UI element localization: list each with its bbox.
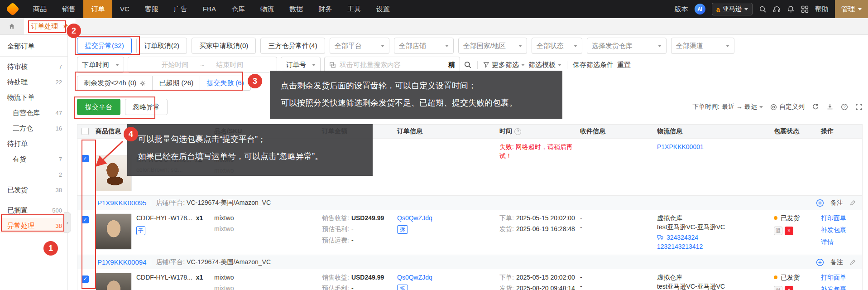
search-submit-icon[interactable] (464, 61, 472, 69)
menu-item-warehouse[interactable]: 仓库 (224, 0, 253, 18)
version-button[interactable]: 版本 (675, 5, 688, 14)
reship-package-link[interactable]: 补发包裹 (821, 285, 846, 290)
menu-item-tools[interactable]: 工具 (340, 0, 369, 18)
help-icon[interactable]: ? (841, 103, 848, 111)
expand-row-icon[interactable] (816, 258, 824, 266)
menu-item-order[interactable]: 订单 (83, 0, 112, 18)
note-button[interactable]: 备注 (830, 199, 843, 207)
expand-row-icon[interactable] (816, 199, 824, 207)
sidebar-item-third-party-warehouse[interactable]: 三方仓 16 (0, 121, 67, 136)
print-label-link[interactable]: 打印面单 (821, 213, 846, 222)
menu-item-data[interactable]: 数据 (282, 0, 311, 18)
platform-filter-select[interactable]: 全部平台 (330, 38, 389, 54)
order-number-link[interactable]: P1X9KKK00094 (97, 258, 146, 266)
sidebar-item-out-of-stock[interactable]: 2 (0, 167, 67, 182)
bell-icon[interactable] (787, 5, 795, 13)
filter-remaining-24h[interactable]: 剩余发货<24h (0) (77, 76, 153, 91)
ignore-exception-button[interactable]: 忽略异常 (125, 99, 168, 115)
channel-filter-select[interactable]: 全部渠道 (671, 38, 734, 54)
search-icon[interactable] (759, 5, 767, 13)
filter-overdue[interactable]: 已超期 (26) (153, 76, 200, 91)
tab-submit-exception[interactable]: 提交异常(32) (77, 38, 132, 54)
edit-note-icon[interactable] (849, 259, 856, 266)
custom-columns-button[interactable]: 自定义列 (770, 103, 805, 111)
sidebar-item-shipped[interactable]: 已发货 38 (0, 182, 67, 198)
date-range-picker[interactable]: 开始时间 ~ 结束时间 (128, 57, 277, 73)
country-filter-select[interactable]: 全部国家/地区 (458, 38, 527, 54)
range-separator: ~ (201, 61, 205, 69)
order-number-link[interactable]: P1X9KKK00095 (97, 199, 146, 207)
menu-item-finance[interactable]: 财务 (311, 0, 340, 18)
sidebar-item-exception[interactable]: 异常处理 38 (0, 218, 67, 233)
status-filter-select[interactable]: 全部状态 (532, 38, 582, 54)
more-filters-button[interactable]: 更多筛选 (483, 61, 525, 69)
sidebar-item-all-orders[interactable]: 全部订单 (0, 39, 67, 54)
menu-item-logistics[interactable]: 物流 (253, 0, 282, 18)
sidebar-item-to-print[interactable]: 待打单 (0, 136, 67, 151)
download-icon[interactable] (826, 103, 834, 111)
menu-item-sales[interactable]: 销售 (54, 0, 83, 18)
sort-order-select[interactable]: 下单时间: 最近 → 最远 (692, 103, 763, 111)
warehouse-filter-select[interactable]: 选择发货仓库 (587, 38, 667, 54)
reset-button[interactable]: 重置 (617, 61, 631, 69)
return-tag-icon[interactable]: 退 (774, 286, 782, 290)
headset-icon[interactable] (773, 5, 781, 13)
save-filter-button[interactable]: 保存筛选条件 (573, 61, 614, 69)
sidebar-item-own-warehouse[interactable]: 自营仓库 47 (0, 105, 67, 121)
submit-platform-button[interactable]: 提交平台 (77, 99, 120, 115)
select-all-checkbox[interactable] (82, 128, 89, 135)
sidebar-item-in-stock[interactable]: 有货 7 (0, 151, 67, 167)
tab-buyer-cancel-request[interactable]: 买家申请取消(0) (192, 38, 256, 54)
apps-grid-icon[interactable] (801, 5, 809, 13)
refresh-icon[interactable] (812, 103, 819, 111)
home-icon[interactable] (0, 18, 24, 34)
fail-message: 失败: 网络超时，请稍后再试！ (499, 142, 575, 161)
exact-match-toggle[interactable]: 精 (448, 61, 455, 69)
row-checkbox[interactable] (82, 155, 89, 162)
menu-item-product[interactable]: 商品 (25, 0, 54, 18)
sidebar-collapse-handle[interactable]: ‹ (64, 212, 71, 233)
gear-icon[interactable] (139, 80, 146, 87)
row-checkbox[interactable] (82, 276, 89, 283)
help-button[interactable]: 帮助 (815, 5, 829, 14)
sidebar-item-on-hold[interactable]: 已搁置 500 (0, 203, 67, 218)
filter-submit-failed[interactable]: 提交失败 (6) (200, 76, 251, 91)
tracking-link[interactable]: 324324324 (667, 233, 698, 242)
sidebar-item-pending-review[interactable]: 待审核 7 (0, 59, 67, 74)
fullscreen-icon[interactable] (855, 103, 863, 111)
time-type-select[interactable]: 下单时间 (77, 57, 124, 73)
filter-template-button[interactable]: 筛选模板 (528, 61, 561, 69)
package-group-header: P1X9KKK00094 店铺/平台: VC-129674-美国/Amazon_… (77, 255, 862, 269)
edit-note-icon[interactable] (849, 200, 856, 206)
cancel-tag-icon[interactable] (785, 286, 793, 290)
sidebar-item-pending-process[interactable]: 待处理 22 (0, 74, 67, 90)
order-ref-link[interactable]: Qs0QwZJdq (397, 214, 432, 222)
admin-menu[interactable]: 管理 (835, 0, 868, 18)
menu-item-settings[interactable]: 设置 (369, 0, 398, 18)
tracking-link[interactable]: P1XPKKK00001 (657, 143, 704, 150)
tracking-link[interactable]: 1232143213412 (657, 243, 703, 250)
return-tag-icon[interactable]: 退 (774, 227, 782, 235)
note-button[interactable]: 备注 (830, 258, 843, 266)
row-checkbox[interactable] (82, 216, 89, 223)
shop-filter-select[interactable]: 全部店铺 (394, 38, 454, 54)
menu-item-fba[interactable]: FBA (195, 0, 224, 18)
platform-selector[interactable]: a 亚马逊 (712, 3, 753, 15)
ai-assistant-button[interactable]: AI (695, 4, 705, 14)
tab-order-cancel[interactable]: 订单取消(2) (136, 38, 187, 54)
print-label-link[interactable]: 打印面单 (821, 273, 846, 282)
details-link[interactable]: 详情 (821, 237, 834, 246)
help-icon[interactable]: ? (514, 128, 521, 135)
tab-3pl-exception[interactable]: 三方仓异常件(4) (260, 38, 325, 54)
menu-item-advertising[interactable]: 广告 (166, 0, 195, 18)
child-order-badge[interactable]: 子 (136, 226, 145, 235)
sidebar-item-label: 已发货 (7, 186, 28, 194)
reship-package-link[interactable]: 补发包裹 (821, 225, 846, 234)
order-ref-link[interactable]: Qs0QwZJdq (397, 274, 432, 281)
menu-item-vc[interactable]: VC (112, 0, 137, 18)
menu-item-customer-service[interactable]: 客服 (137, 0, 166, 18)
sidebar-item-logistics-order[interactable]: 物流下单 (0, 90, 67, 105)
amount-cell: 销售收益:USD249.99 预估毛利:- (319, 269, 394, 290)
cancel-tag-icon[interactable] (785, 227, 793, 235)
app-logo[interactable] (0, 0, 25, 18)
